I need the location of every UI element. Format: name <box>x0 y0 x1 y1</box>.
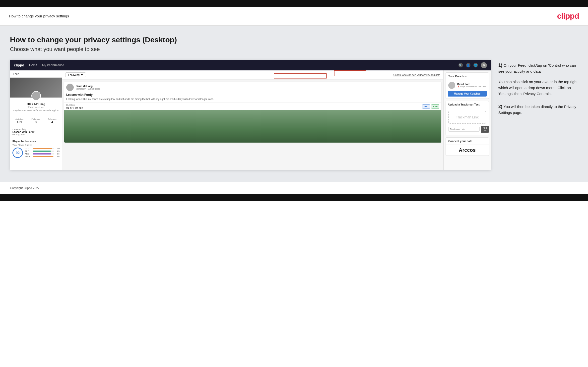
trackman-widget-title: Upload a Trackman Test <box>446 101 489 108</box>
coach-name: David Ford <box>457 83 486 86</box>
app-navbar: clippd Home My Performance 🔍 👤 🌐 B <box>10 60 491 70</box>
user-avatar[interactable]: B <box>481 62 487 68</box>
latest-date: 03 Aug 2022 <box>12 133 60 136</box>
feed-post: Blair McHarg Yesterday · Sunningdale Les… <box>64 82 441 143</box>
trackman-placeholder: Trackman Link <box>448 111 486 124</box>
stat-activities: Activities 131 <box>15 118 23 124</box>
control-privacy-link[interactable]: Control who can see your activity and da… <box>393 74 440 76</box>
tpq-bars: OTT 90 APP 85 ARG 86 PUTT 96 <box>25 147 60 158</box>
bar-fill <box>33 156 53 157</box>
step-1-body: On your Feed, click/tap on 'Control who … <box>498 63 576 73</box>
step-1-extra: You can also click on your avatar in the… <box>498 80 578 96</box>
feed-tab[interactable]: Feed <box>10 70 62 78</box>
content-grid: clippd Home My Performance 🔍 👤 🌐 B Feed <box>10 60 578 170</box>
trackman-body: Trackman Link Add Link <box>446 108 489 135</box>
coach-avatar <box>448 82 455 89</box>
bar-track <box>33 156 54 157</box>
connect-widget: Connect your data Arccos <box>446 137 489 156</box>
followers-value: 3 <box>31 120 40 124</box>
following-label: Following <box>48 118 57 120</box>
post-body: Looking to feel like my hands are exitin… <box>64 98 441 103</box>
coaches-widget-title: Your Coaches <box>446 73 489 80</box>
coach-club: 📍 Royal North Devon Golf Club <box>457 86 486 88</box>
profile-avatar <box>31 91 41 101</box>
tpq-bar-row: APP 85 <box>25 150 60 152</box>
coaches-widget: Your Coaches David Ford 📍 Royal North De… <box>446 72 489 99</box>
manage-coaches-button[interactable]: Manage Your Coaches <box>448 91 487 97</box>
duration-badges: OTT APP <box>422 105 439 108</box>
bar-label: APP <box>25 150 32 152</box>
duration-value: 01 hr : 30 min <box>66 106 83 109</box>
site-footer: Copyright Clippd 2022 <box>0 182 588 194</box>
post-author-name: Blair McHarg <box>76 85 100 88</box>
app-right-sidebar: Your Coaches David Ford 📍 Royal North De… <box>444 70 491 170</box>
app-feed: Following ▼ Control who can see your act… <box>62 70 444 170</box>
step-2: 2) You will then be taken directly to th… <box>498 104 578 116</box>
tpq-row: 92 OTT 90 APP 85 ARG 86 PUT <box>12 147 60 158</box>
nav-right-icons: 🔍 👤 🌐 B <box>458 62 487 68</box>
article-subtitle: Choose what you want people to see <box>10 46 578 52</box>
connect-widget-body: Arccos <box>446 145 489 156</box>
arccos-brand: Arccos <box>448 147 486 153</box>
search-icon[interactable]: 🔍 <box>458 63 463 67</box>
bar-value: 85 <box>55 150 60 152</box>
badge-ott: OTT <box>422 105 430 108</box>
latest-activity: Latest Activity Lesson with Fordy 03 Aug… <box>10 126 62 138</box>
tpq-label: Total Player Quality <box>12 144 60 146</box>
golfer-image <box>64 110 441 143</box>
user-icon[interactable]: 👤 <box>466 63 470 67</box>
app-sidebar: Feed Blair McHarg Plus Handicap Royal No… <box>10 70 62 170</box>
post-duration: Duration 01 hr : 30 min OTT APP <box>64 103 441 110</box>
perf-title: Player Performance <box>12 140 60 143</box>
step-2-number: 2) <box>498 104 504 109</box>
step-1-additional: You can also click on your avatar in the… <box>498 79 578 97</box>
post-avatar <box>66 84 74 91</box>
coach-info: David Ford 📍 Royal North Devon Golf Club <box>457 83 486 88</box>
profile-club: Royal North Devon Golf Club, United King… <box>12 109 60 112</box>
latest-label: Latest Activity <box>12 128 60 131</box>
trackman-add-button[interactable]: Add Link <box>481 126 489 133</box>
trackman-input-row: Add Link <box>448 126 486 133</box>
app-screenshot: clippd Home My Performance 🔍 👤 🌐 B Feed <box>10 60 491 170</box>
tpq-score: 92 <box>12 148 23 158</box>
page-title: How to change your privacy settings <box>9 14 69 18</box>
post-author-info: Blair McHarg Yesterday · Sunningdale <box>76 85 100 90</box>
bar-fill <box>33 153 51 155</box>
article-title: How to change your privacy settings (Des… <box>10 36 578 44</box>
clippd-logo: clippd <box>557 11 579 21</box>
nav-home[interactable]: Home <box>29 63 37 67</box>
step-1-text: 1) On your Feed, click/tap on 'Control w… <box>498 62 578 74</box>
globe-icon[interactable]: 🌐 <box>473 63 478 67</box>
site-header: How to change your privacy settings clip… <box>0 7 588 26</box>
player-performance: Player Performance Total Player Quality … <box>10 138 62 160</box>
copyright: Copyright Clippd 2022 <box>10 186 40 190</box>
stat-followers: Followers 3 <box>31 118 40 124</box>
bar-fill <box>33 151 51 152</box>
activities-value: 131 <box>15 120 23 124</box>
nav-my-performance[interactable]: My Performance <box>42 63 64 67</box>
post-title: Lesson with Fordy <box>64 93 441 98</box>
step-1-number: 1) <box>498 63 504 68</box>
following-button[interactable]: Following ▼ <box>65 72 86 77</box>
duration-info: Duration 01 hr : 30 min <box>66 104 83 109</box>
bar-track <box>33 148 54 149</box>
latest-value: Lesson with Fordy <box>12 131 60 133</box>
bar-value: 90 <box>55 147 60 150</box>
badge-app: APP <box>431 105 439 108</box>
bar-label: PUTT <box>25 156 32 158</box>
top-bar <box>0 0 588 7</box>
followers-label: Followers <box>31 118 40 120</box>
app-logo: clippd <box>14 63 24 67</box>
tpq-bar-row: PUTT 96 <box>25 156 60 158</box>
bottom-bar <box>0 194 588 201</box>
activities-label: Activities <box>15 118 23 120</box>
bar-fill <box>33 148 52 149</box>
profile-banner <box>10 78 62 98</box>
coach-item: David Ford 📍 Royal North Devon Golf Club <box>446 80 489 91</box>
stat-following: Following 4 <box>48 118 57 124</box>
trackman-input[interactable] <box>448 127 480 132</box>
feed-header: Following ▼ Control who can see your act… <box>62 70 443 80</box>
step-2-text: 2) You will then be taken directly to th… <box>498 104 578 116</box>
step-1: 1) On your Feed, click/tap on 'Control w… <box>498 62 578 97</box>
post-location: Yesterday · Sunningdale <box>76 88 100 90</box>
